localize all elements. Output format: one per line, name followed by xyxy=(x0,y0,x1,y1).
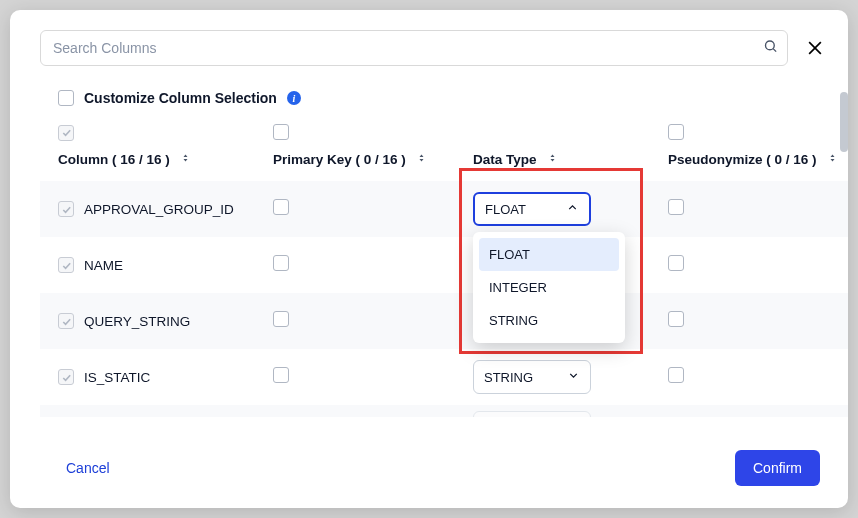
row-include-checkbox[interactable] xyxy=(58,201,74,217)
header-checkbox-row xyxy=(40,124,848,144)
column-selection-modal: Customize Column Selection i Column ( 16… xyxy=(10,10,848,508)
column-header-primarykey[interactable]: Primary Key ( 0 / 16 ) xyxy=(273,152,473,167)
sort-icon xyxy=(416,152,428,167)
pseudo-checkbox[interactable] xyxy=(668,199,684,215)
column-header-column[interactable]: Column ( 16 / 16 ) xyxy=(58,152,273,167)
primarykey-checkbox[interactable] xyxy=(273,311,289,327)
modal-footer: Cancel Confirm xyxy=(10,432,848,508)
select-value: FLOAT xyxy=(485,202,526,217)
table-header: Column ( 16 / 16 ) Primary Key ( 0 / 16 … xyxy=(40,144,848,181)
dropdown-option[interactable]: FLOAT xyxy=(479,238,619,271)
sort-icon xyxy=(547,152,559,167)
search-icon xyxy=(763,39,778,58)
datatype-select[interactable]: FLOAT xyxy=(473,411,591,417)
header-label: Primary Key ( 0 / 16 ) xyxy=(273,152,406,167)
dropdown-option[interactable]: STRING xyxy=(479,304,619,337)
datatype-select[interactable]: FLOAT FLOAT INTEGER STRING xyxy=(473,192,591,226)
sort-icon xyxy=(180,152,192,167)
header-label: Data Type xyxy=(473,152,537,167)
search-input[interactable] xyxy=(40,30,788,66)
select-all-column-checkbox[interactable] xyxy=(58,125,74,141)
datatype-select[interactable]: STRING xyxy=(473,360,591,394)
svg-line-1 xyxy=(773,49,776,52)
table-row: QUERY_STRING xyxy=(40,293,848,349)
row-include-checkbox[interactable] xyxy=(58,369,74,385)
row-include-checkbox[interactable] xyxy=(58,313,74,329)
table-body: APPROVAL_GROUP_ID FLOAT FLOAT INTE xyxy=(40,181,848,417)
pseudo-checkbox[interactable] xyxy=(668,311,684,327)
pseudo-checkbox[interactable] xyxy=(668,255,684,271)
sort-icon xyxy=(827,152,839,167)
chevron-down-icon xyxy=(567,369,580,385)
customize-label: Customize Column Selection xyxy=(84,90,277,106)
pseudo-checkbox[interactable] xyxy=(668,367,684,383)
header-label: Pseudonymize ( 0 / 16 ) xyxy=(668,152,817,167)
primarykey-checkbox[interactable] xyxy=(273,255,289,271)
table-row: CREATED_BY FLOAT xyxy=(40,405,848,417)
header-label: Column ( 16 / 16 ) xyxy=(58,152,170,167)
cancel-button[interactable]: Cancel xyxy=(66,460,110,476)
svg-point-0 xyxy=(766,41,775,50)
table-row: APPROVAL_GROUP_ID FLOAT FLOAT INTE xyxy=(40,181,848,237)
column-name: QUERY_STRING xyxy=(84,314,190,329)
datatype-dropdown: FLOAT INTEGER STRING xyxy=(473,232,625,343)
table-row: NAME xyxy=(40,237,848,293)
primarykey-checkbox[interactable] xyxy=(273,367,289,383)
select-button[interactable]: FLOAT xyxy=(473,411,591,417)
row-include-checkbox[interactable] xyxy=(58,257,74,273)
confirm-button[interactable]: Confirm xyxy=(735,450,820,486)
column-header-pseudo[interactable]: Pseudonymize ( 0 / 16 ) xyxy=(668,152,848,167)
column-name: IS_STATIC xyxy=(84,370,150,385)
scrollbar-thumb[interactable] xyxy=(840,92,848,152)
search-wrapper xyxy=(40,30,788,66)
table-container: Column ( 16 / 16 ) Primary Key ( 0 / 16 … xyxy=(10,124,848,432)
select-all-primarykey-checkbox[interactable] xyxy=(273,124,289,140)
info-icon[interactable]: i xyxy=(287,91,301,105)
customize-row: Customize Column Selection i xyxy=(10,66,848,124)
customize-checkbox[interactable] xyxy=(58,90,74,106)
select-button[interactable]: FLOAT xyxy=(473,192,591,226)
column-name: NAME xyxy=(84,258,123,273)
select-value: STRING xyxy=(484,370,533,385)
select-all-pseudo-checkbox[interactable] xyxy=(668,124,684,140)
table-row: IS_STATIC STRING xyxy=(40,349,848,405)
chevron-up-icon xyxy=(566,201,579,217)
select-button[interactable]: STRING xyxy=(473,360,591,394)
column-name: APPROVAL_GROUP_ID xyxy=(84,202,234,217)
dropdown-option[interactable]: INTEGER xyxy=(479,271,619,304)
close-button[interactable] xyxy=(802,35,828,61)
primarykey-checkbox[interactable] xyxy=(273,199,289,215)
top-bar xyxy=(10,10,848,66)
column-header-datatype[interactable]: Data Type xyxy=(473,152,668,167)
